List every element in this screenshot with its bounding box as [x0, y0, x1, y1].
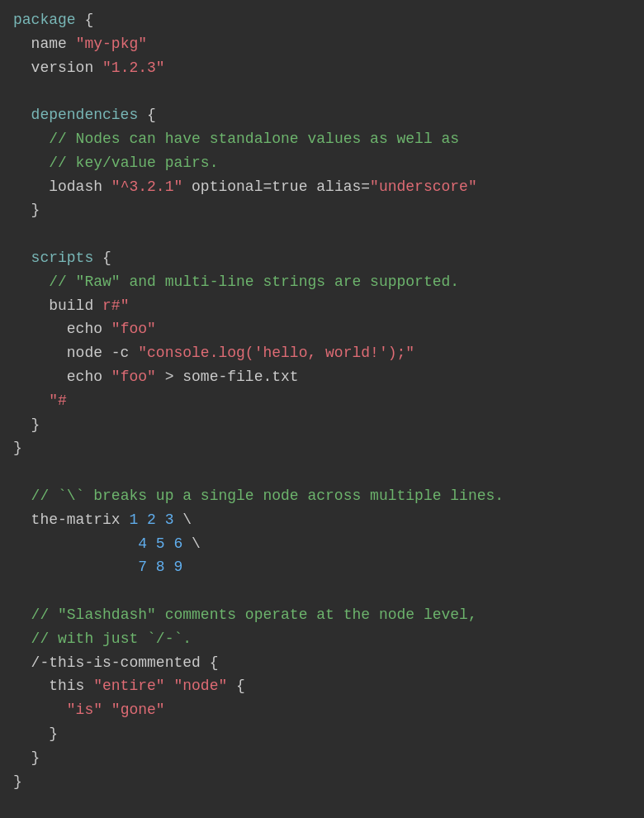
code-line: } [13, 746, 631, 770]
code-line: // `\` breaks up a single node across mu… [13, 484, 631, 508]
code-editor: package { name "my-pkg" version "1.2.3" … [13, 8, 631, 793]
token-plain: lodash [13, 178, 111, 195]
code-line: echo "foo" > some-file.txt [13, 365, 631, 389]
token-plain: > some-file.txt [156, 369, 299, 385]
token-plain: name [13, 36, 76, 52]
code-line [13, 222, 631, 246]
token-plain: node -c [13, 345, 138, 361]
token-keyword: dependencies [13, 107, 147, 123]
code-line: "# [13, 389, 631, 413]
token-plain: \ [173, 511, 192, 528]
token-string: "foo" [111, 369, 156, 385]
token-string: "my-pkg" [76, 36, 147, 52]
token-plain: { [76, 12, 94, 28]
code-line: // key/value pairs. [13, 151, 631, 175]
code-line: } [13, 198, 631, 222]
token-plain: version [13, 59, 102, 76]
code-line: node -c "console.log('hello, world!');" [13, 341, 631, 365]
token-string: "gone" [111, 701, 165, 718]
token-plain [13, 559, 138, 575]
token-comment: // with just `/-`. [31, 630, 192, 647]
token-string: r#" [102, 297, 129, 314]
token-string: "underscore" [370, 178, 477, 195]
token-string: "console.log('hello, world!');" [138, 345, 414, 361]
token-plain: optional=true alias= [182, 178, 370, 195]
token-plain: the-matrix [13, 511, 129, 528]
code-line: name "my-pkg" [13, 32, 631, 56]
token-number: 7 8 9 [138, 559, 182, 575]
token-plain [102, 701, 111, 718]
code-line: } [13, 722, 631, 746]
code-line: echo "foo" [13, 317, 631, 341]
token-plain: echo [13, 369, 111, 385]
token-plain: } [13, 725, 58, 742]
code-line: scripts { [13, 246, 631, 270]
code-line [13, 460, 631, 484]
token-number: 4 5 6 [138, 535, 182, 552]
token-string: "1.2.3" [102, 59, 165, 76]
token-plain [13, 606, 31, 623]
token-string: "node" [173, 678, 227, 694]
token-comment: // `\` breaks up a single node across mu… [31, 487, 504, 504]
token-plain [13, 131, 49, 147]
token-plain: } [13, 416, 40, 433]
code-line: /-this-is-commented { [13, 651, 631, 675]
token-plain: } [13, 773, 22, 790]
code-line: lodash "^3.2.1" optional=true alias="und… [13, 175, 631, 199]
token-plain [13, 535, 138, 552]
token-string: "is" [67, 701, 102, 718]
code-line: } [13, 413, 631, 437]
token-plain: } [13, 749, 40, 766]
token-plain: { [102, 250, 111, 266]
code-line: // "Raw" and multi-line strings are supp… [13, 270, 631, 294]
token-plain [13, 487, 31, 504]
code-line [13, 79, 631, 103]
code-line: // with just `/-`. [13, 627, 631, 651]
code-line: package { [13, 8, 631, 32]
token-plain: this [13, 678, 93, 694]
token-plain: /-this-is-commented [13, 654, 210, 671]
token-plain: { [227, 678, 245, 694]
code-line: dependencies { [13, 103, 631, 127]
code-line: build r#" [13, 294, 631, 318]
token-plain [13, 630, 31, 647]
token-plain [165, 678, 174, 694]
token-plain: } [13, 440, 22, 456]
code-line: 7 8 9 [13, 555, 631, 579]
token-plain: { [147, 107, 156, 123]
token-plain [13, 155, 49, 171]
token-plain: build [13, 297, 102, 314]
token-plain: } [13, 202, 40, 218]
token-comment: // key/value pairs. [49, 155, 218, 171]
token-comment: // Nodes can have standalone values as w… [49, 131, 459, 147]
token-number: 1 2 3 [129, 511, 173, 528]
token-plain [13, 392, 49, 409]
code-line: "is" "gone" [13, 698, 631, 722]
code-line: version "1.2.3" [13, 56, 631, 80]
code-line: 4 5 6 \ [13, 532, 631, 556]
code-line: // Nodes can have standalone values as w… [13, 127, 631, 151]
token-string: "entire" [93, 678, 164, 694]
code-line: } [13, 770, 631, 794]
token-plain [13, 701, 67, 718]
code-line: // "Slashdash" comments operate at the n… [13, 603, 631, 627]
token-plain: { [210, 654, 219, 671]
token-plain [13, 273, 49, 290]
code-line: this "entire" "node" { [13, 674, 631, 698]
token-string: "foo" [111, 321, 156, 337]
token-keyword: scripts [13, 250, 102, 266]
token-comment: // "Raw" and multi-line strings are supp… [49, 273, 459, 290]
token-string: "^3.2.1" [111, 178, 182, 195]
token-plain: echo [13, 321, 111, 337]
token-keyword: package [13, 12, 76, 28]
code-line: } [13, 436, 631, 460]
code-line: the-matrix 1 2 3 \ [13, 508, 631, 532]
token-comment: // "Slashdash" comments operate at the n… [31, 606, 477, 623]
code-line [13, 579, 631, 603]
token-plain: \ [182, 535, 201, 552]
token-string: "# [49, 392, 67, 409]
